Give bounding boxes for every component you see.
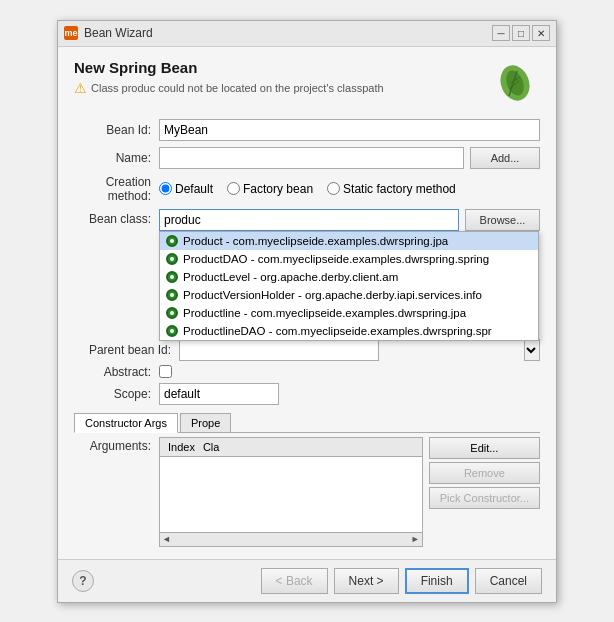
radio-default-label: Default bbox=[175, 182, 213, 196]
maximize-button[interactable]: □ bbox=[512, 25, 530, 41]
creation-method-label: Creation method: bbox=[74, 175, 159, 203]
tab-properties-label: Prope bbox=[191, 417, 220, 429]
next-button[interactable]: Next > bbox=[334, 568, 399, 594]
minimize-button[interactable]: ─ bbox=[492, 25, 510, 41]
header-info: New Spring Bean ⚠ Class produc could not… bbox=[74, 59, 490, 96]
scope-input[interactable] bbox=[159, 383, 279, 405]
footer-buttons: < Back Next > Finish Cancel bbox=[261, 568, 542, 594]
warning-text: Class produc could not be located on the… bbox=[91, 82, 384, 94]
table-header: Index Cla bbox=[160, 438, 422, 457]
abstract-label: Abstract: bbox=[74, 365, 159, 379]
parent-bean-row: Parent bean Id: bbox=[74, 339, 540, 361]
help-button[interactable]: ? bbox=[72, 570, 94, 592]
parent-bean-select[interactable] bbox=[524, 339, 540, 361]
name-row: Name: Add... bbox=[74, 147, 540, 169]
bean-class-label: Bean class: bbox=[74, 209, 159, 226]
bean-wizard-dialog: me Bean Wizard ─ □ ✕ New Spring Bean ⚠ C… bbox=[57, 20, 557, 603]
parent-bean-label: Parent bean Id: bbox=[74, 343, 179, 357]
dropdown-item-2[interactable]: ProductLevel - org.apache.derby.client.a… bbox=[160, 268, 538, 286]
dropdown-item-4[interactable]: Productline - com.myeclipseide.examples.… bbox=[160, 304, 538, 322]
warning-row: ⚠ Class produc could not be located on t… bbox=[74, 80, 490, 96]
dropdown-item-text-1: ProductDAO - com.myeclipseide.examples.d… bbox=[183, 253, 489, 265]
bean-class-input-wrap: Product - com.myeclipseide.examples.dwrs… bbox=[159, 209, 459, 231]
arguments-label: Arguments: bbox=[74, 437, 159, 547]
warning-icon: ⚠ bbox=[74, 80, 87, 96]
name-label: Name: bbox=[74, 151, 159, 165]
remove-button[interactable]: Remove bbox=[429, 462, 540, 484]
close-button[interactable]: ✕ bbox=[532, 25, 550, 41]
window-controls: ─ □ ✕ bbox=[492, 25, 550, 41]
dialog-content: New Spring Bean ⚠ Class produc could not… bbox=[58, 47, 556, 559]
app-icon: me bbox=[64, 26, 78, 40]
scope-row: Scope: bbox=[74, 383, 540, 405]
radio-default[interactable]: Default bbox=[159, 182, 213, 196]
creation-method-row: Creation method: Default Factory bean St… bbox=[74, 175, 540, 203]
title-bar-text: Bean Wizard bbox=[84, 26, 492, 40]
page-title: New Spring Bean bbox=[74, 59, 490, 76]
tabs-bar: Constructor Args Prope bbox=[74, 413, 540, 433]
creation-radio-group: Default Factory bean Static factory meth… bbox=[159, 182, 456, 196]
dropdown-item-text-2: ProductLevel - org.apache.derby.client.a… bbox=[183, 271, 398, 283]
arguments-buttons: Edit... Remove Pick Constructor... bbox=[429, 437, 540, 547]
radio-factory-label: Factory bean bbox=[243, 182, 313, 196]
browse-button[interactable]: Browse... bbox=[465, 209, 540, 231]
name-input[interactable] bbox=[159, 147, 464, 169]
radio-static-factory-label: Static factory method bbox=[343, 182, 456, 196]
dropdown-item-text-0: Product - com.myeclipseide.examples.dwrs… bbox=[183, 235, 448, 247]
dropdown-item-5[interactable]: ProductlineDAO - com.myeclipseide.exampl… bbox=[160, 322, 538, 340]
title-bar: me Bean Wizard ─ □ ✕ bbox=[58, 21, 556, 47]
cancel-button[interactable]: Cancel bbox=[475, 568, 542, 594]
dropdown-item-1[interactable]: ProductDAO - com.myeclipseide.examples.d… bbox=[160, 250, 538, 268]
class-icon-1 bbox=[166, 253, 178, 265]
dropdown-item-0[interactable]: Product - com.myeclipseide.examples.dwrs… bbox=[160, 232, 538, 250]
arguments-section: Arguments: Index Cla ◄ ► Edit... Remove … bbox=[74, 437, 540, 547]
class-icon-2 bbox=[166, 271, 178, 283]
tab-properties[interactable]: Prope bbox=[180, 413, 231, 432]
tab-constructor-args[interactable]: Constructor Args bbox=[74, 413, 178, 433]
parent-bean-input[interactable] bbox=[179, 339, 379, 361]
col-class-header: Cla bbox=[199, 440, 224, 454]
class-icon-0 bbox=[166, 235, 178, 247]
radio-factory-bean[interactable]: Factory bean bbox=[227, 182, 313, 196]
tab-constructor-args-label: Constructor Args bbox=[85, 417, 167, 429]
class-icon-5 bbox=[166, 325, 178, 337]
dropdown-item-text-5: ProductlineDAO - com.myeclipseide.exampl… bbox=[183, 325, 492, 337]
edit-button[interactable]: Edit... bbox=[429, 437, 540, 459]
radio-static-factory[interactable]: Static factory method bbox=[327, 182, 456, 196]
class-icon-4 bbox=[166, 307, 178, 319]
abstract-checkbox[interactable] bbox=[159, 365, 172, 378]
bean-logo bbox=[490, 59, 540, 109]
back-button[interactable]: < Back bbox=[261, 568, 328, 594]
add-button[interactable]: Add... bbox=[470, 147, 540, 169]
scroll-right-arrow[interactable]: ► bbox=[411, 534, 420, 544]
col-index-header: Index bbox=[164, 440, 199, 454]
bean-class-row: Bean class: Product - com.myeclipseide.e… bbox=[74, 209, 540, 231]
bean-class-input[interactable] bbox=[159, 209, 459, 231]
bean-id-input[interactable] bbox=[159, 119, 540, 141]
bean-id-label: Bean Id: bbox=[74, 123, 159, 137]
dropdown-item-text-4: Productline - com.myeclipseide.examples.… bbox=[183, 307, 466, 319]
class-icon-3 bbox=[166, 289, 178, 301]
scroll-left-arrow[interactable]: ◄ bbox=[162, 534, 171, 544]
arguments-table: Index Cla ◄ ► bbox=[159, 437, 423, 547]
dropdown-item-text-3: ProductVersionHolder - org.apache.derby.… bbox=[183, 289, 482, 301]
scope-label: Scope: bbox=[74, 387, 159, 401]
dialog-footer: ? < Back Next > Finish Cancel bbox=[58, 559, 556, 602]
finish-button[interactable]: Finish bbox=[405, 568, 469, 594]
abstract-row: Abstract: bbox=[74, 365, 540, 379]
dropdown-item-3[interactable]: ProductVersionHolder - org.apache.derby.… bbox=[160, 286, 538, 304]
bean-id-row: Bean Id: bbox=[74, 119, 540, 141]
autocomplete-dropdown: Product - com.myeclipseide.examples.dwrs… bbox=[159, 231, 539, 341]
horizontal-scrollbar[interactable]: ◄ ► bbox=[160, 532, 422, 546]
pick-constructor-button[interactable]: Pick Constructor... bbox=[429, 487, 540, 509]
header-section: New Spring Bean ⚠ Class produc could not… bbox=[74, 59, 540, 109]
